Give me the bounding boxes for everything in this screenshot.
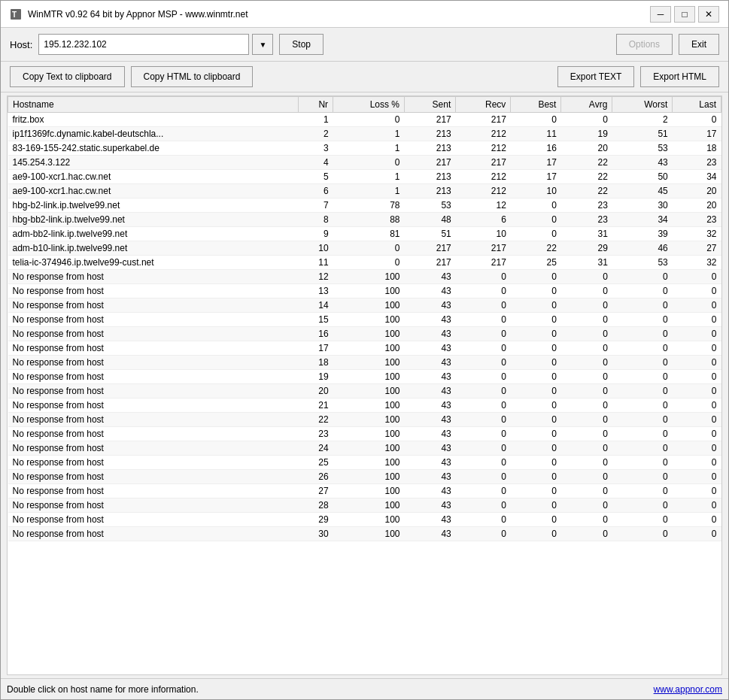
table-row[interactable]: fritz.box102172170020 bbox=[8, 113, 721, 127]
cell-loss: 100 bbox=[333, 413, 405, 427]
table-row[interactable]: ae9-100-xcr1.hac.cw.net6121321210224520 bbox=[8, 184, 721, 198]
maximize-button[interactable]: □ bbox=[674, 6, 695, 23]
table-row[interactable]: No response from host231004300000 bbox=[8, 427, 721, 441]
cell-nr: 2 bbox=[298, 127, 333, 141]
cell-best: 0 bbox=[511, 327, 561, 341]
cell-recv: 212 bbox=[456, 170, 511, 184]
table-row[interactable]: 83-169-155-242.static.superkabel.de31213… bbox=[8, 141, 721, 156]
cell-nr: 14 bbox=[298, 298, 333, 313]
host-dropdown-button[interactable]: ▼ bbox=[252, 34, 273, 55]
export-text-button[interactable]: Export TEXT bbox=[557, 66, 634, 87]
cell-last: 0 bbox=[673, 441, 721, 456]
cell-sent: 43 bbox=[404, 527, 455, 541]
table-row[interactable]: No response from host141004300000 bbox=[8, 298, 721, 313]
cell-recv: 0 bbox=[456, 527, 511, 541]
cell-best: 17 bbox=[511, 156, 561, 170]
table-row[interactable]: ae9-100-xcr1.hac.cw.net5121321217225034 bbox=[8, 170, 721, 184]
table-row[interactable]: No response from host271004300000 bbox=[8, 484, 721, 498]
table-row[interactable]: 145.254.3.1224021721717224323 bbox=[8, 156, 721, 170]
table-row[interactable]: ip1f1369fc.dynamic.kabel-deutschla...212… bbox=[8, 127, 721, 141]
cell-best: 0 bbox=[511, 370, 561, 384]
copy-html-button[interactable]: Copy HTML to clipboard bbox=[131, 66, 254, 87]
svg-text:T: T bbox=[12, 11, 17, 19]
cell-nr: 8 bbox=[298, 213, 333, 227]
table-row[interactable]: No response from host191004300000 bbox=[8, 370, 721, 384]
export-html-button[interactable]: Export HTML bbox=[640, 66, 719, 87]
table-row[interactable]: No response from host251004300000 bbox=[8, 456, 721, 470]
minimize-button[interactable]: ─ bbox=[650, 6, 671, 23]
table-row[interactable]: No response from host221004300000 bbox=[8, 413, 721, 427]
table-row[interactable]: No response from host131004300000 bbox=[8, 284, 721, 298]
cell-recv: 0 bbox=[456, 356, 511, 370]
cell-recv: 0 bbox=[456, 413, 511, 427]
table-row[interactable]: adm-bb2-link.ip.twelve99.net981511003139… bbox=[8, 227, 721, 241]
table-row[interactable]: No response from host241004300000 bbox=[8, 441, 721, 456]
cell-hostname: No response from host bbox=[8, 513, 299, 527]
cell-worst: 0 bbox=[612, 270, 673, 284]
cell-best: 22 bbox=[511, 241, 561, 256]
cell-last: 0 bbox=[673, 356, 721, 370]
cell-best: 25 bbox=[511, 256, 561, 270]
cell-last: 0 bbox=[673, 427, 721, 441]
cell-hostname: fritz.box bbox=[8, 113, 299, 127]
cell-sent: 48 bbox=[404, 213, 455, 227]
cell-hostname: hbg-b2-link.ip.twelve99.net bbox=[8, 198, 299, 213]
cell-last: 0 bbox=[673, 413, 721, 427]
cell-loss: 100 bbox=[333, 470, 405, 484]
table-row[interactable]: No response from host211004300000 bbox=[8, 398, 721, 413]
cell-worst: 0 bbox=[612, 356, 673, 370]
cell-recv: 0 bbox=[456, 327, 511, 341]
table-row[interactable]: No response from host261004300000 bbox=[8, 470, 721, 484]
cell-best: 10 bbox=[511, 184, 561, 198]
table-row[interactable]: No response from host291004300000 bbox=[8, 513, 721, 527]
cell-best: 0 bbox=[511, 198, 561, 213]
table-row[interactable]: hbg-bb2-link.ip.twelve99.net888486023342… bbox=[8, 213, 721, 227]
cell-loss: 0 bbox=[333, 241, 405, 256]
col-worst: Worst bbox=[612, 97, 673, 113]
cell-hostname: No response from host bbox=[8, 356, 299, 370]
cell-loss: 100 bbox=[333, 270, 405, 284]
table-row[interactable]: No response from host281004300000 bbox=[8, 498, 721, 513]
table-row[interactable]: telia-ic-374946.ip.twelve99-cust.net1102… bbox=[8, 256, 721, 270]
options-button[interactable]: Options bbox=[616, 34, 673, 55]
cell-best: 0 bbox=[511, 498, 561, 513]
table-row[interactable]: No response from host121004300000 bbox=[8, 270, 721, 284]
host-label: Host: bbox=[10, 39, 32, 50]
cell-worst: 0 bbox=[612, 384, 673, 398]
host-input[interactable] bbox=[38, 34, 249, 55]
cell-sent: 43 bbox=[404, 456, 455, 470]
table-row[interactable]: No response from host151004300000 bbox=[8, 313, 721, 327]
cell-avrg: 0 bbox=[561, 113, 612, 127]
cell-worst: 53 bbox=[612, 141, 673, 156]
table-row[interactable]: No response from host181004300000 bbox=[8, 356, 721, 370]
cell-nr: 5 bbox=[298, 170, 333, 184]
exit-button[interactable]: Exit bbox=[679, 34, 719, 55]
cell-hostname: No response from host bbox=[8, 398, 299, 413]
cell-best: 0 bbox=[511, 227, 561, 241]
cell-loss: 100 bbox=[333, 513, 405, 527]
table-row[interactable]: No response from host171004300000 bbox=[8, 341, 721, 356]
cell-hostname: No response from host bbox=[8, 527, 299, 541]
cell-sent: 51 bbox=[404, 227, 455, 241]
cell-hostname: No response from host bbox=[8, 270, 299, 284]
cell-best: 16 bbox=[511, 141, 561, 156]
cell-best: 11 bbox=[511, 127, 561, 141]
cell-avrg: 0 bbox=[561, 270, 612, 284]
table-row[interactable]: adm-b10-link.ip.twelve99.net100217217222… bbox=[8, 241, 721, 256]
table-row[interactable]: hbg-b2-link.ip.twelve99.net7785312023302… bbox=[8, 198, 721, 213]
table-row[interactable]: No response from host161004300000 bbox=[8, 327, 721, 341]
appnor-link[interactable]: www.appnor.com bbox=[654, 684, 722, 695]
cell-avrg: 0 bbox=[561, 370, 612, 384]
cell-avrg: 31 bbox=[561, 256, 612, 270]
cell-best: 0 bbox=[511, 113, 561, 127]
cell-nr: 27 bbox=[298, 484, 333, 498]
close-button[interactable]: ✕ bbox=[698, 6, 719, 23]
cell-hostname: No response from host bbox=[8, 456, 299, 470]
stop-button[interactable]: Stop bbox=[279, 34, 323, 55]
table-row[interactable]: No response from host301004300000 bbox=[8, 527, 721, 541]
table-row[interactable]: No response from host201004300000 bbox=[8, 384, 721, 398]
cell-last: 34 bbox=[673, 170, 721, 184]
cell-best: 0 bbox=[511, 270, 561, 284]
cell-loss: 1 bbox=[333, 170, 405, 184]
copy-text-button[interactable]: Copy Text to clipboard bbox=[10, 66, 125, 87]
